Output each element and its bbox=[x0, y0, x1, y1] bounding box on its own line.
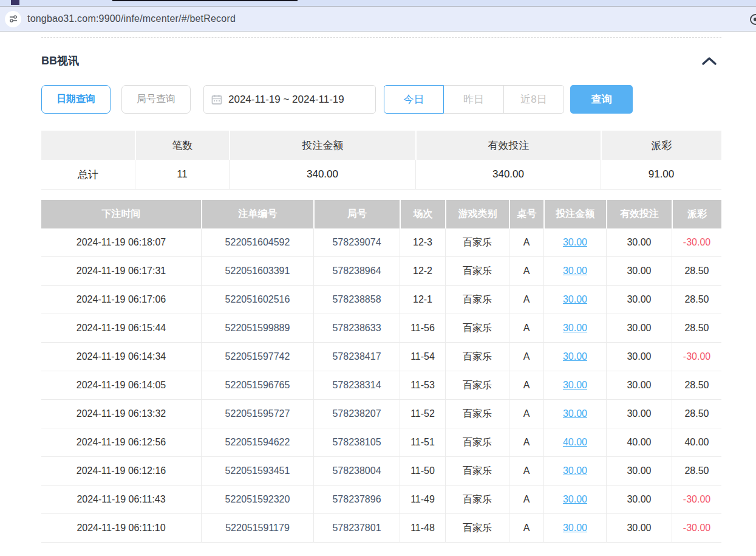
col-header-session: 场次 bbox=[400, 200, 445, 228]
collapse-button[interactable] bbox=[697, 53, 721, 69]
table-row: 2024-11-19 06:12:16 522051593451 5782380… bbox=[41, 457, 721, 486]
cell-time: 2024-11-19 06:12:56 bbox=[41, 428, 201, 457]
table-row: 2024-11-19 06:11:43 522051592320 5782378… bbox=[41, 486, 721, 514]
cell-bet-amount: 30.00 bbox=[543, 343, 606, 371]
cell-table: A bbox=[509, 371, 543, 400]
cell-bet-amount: 30.00 bbox=[543, 400, 606, 428]
bet-table: 下注时间 注单编号 局号 场次 游戏类别 桌号 投注金额 有效投注 派彩 202… bbox=[41, 200, 721, 543]
page-title: BB视讯 bbox=[41, 53, 79, 68]
summary-table: 笔数 投注金额 有效投注 派彩 总计 11 340.00 340.00 91.0… bbox=[41, 131, 721, 190]
cell-table: A bbox=[509, 428, 543, 457]
tab-favicon bbox=[11, 0, 19, 5]
cell-table: A bbox=[509, 514, 543, 543]
eye-icon[interactable] bbox=[749, 13, 756, 26]
cell-time: 2024-11-19 06:12:16 bbox=[41, 457, 201, 486]
col-header-bet: 投注金额 bbox=[543, 200, 606, 228]
cell-round: 578238105 bbox=[313, 428, 400, 457]
cell-time: 2024-11-19 06:15:44 bbox=[41, 314, 201, 343]
cell-payout: 28.50 bbox=[672, 257, 721, 286]
cell-table: A bbox=[509, 228, 543, 257]
cell-session: 12-3 bbox=[400, 228, 445, 257]
col-header-valid: 有效投注 bbox=[606, 200, 672, 228]
cell-bet-amount: 30.00 bbox=[543, 371, 606, 400]
cell-round: 578237801 bbox=[313, 514, 400, 543]
cell-game: 百家乐 bbox=[445, 400, 509, 428]
table-row: 2024-11-19 06:17:06 522051602516 5782388… bbox=[41, 286, 721, 314]
cell-payout: 28.50 bbox=[672, 371, 721, 400]
cell-payout: 28.50 bbox=[672, 457, 721, 486]
calendar-icon bbox=[211, 94, 222, 105]
summary-total-payout: 91.00 bbox=[601, 160, 721, 190]
summary-header-row: 笔数 投注金额 有效投注 派彩 bbox=[41, 131, 721, 160]
cell-game: 百家乐 bbox=[445, 457, 509, 486]
tab-underline bbox=[112, 0, 298, 1]
cell-bet-amount: 40.00 bbox=[543, 428, 606, 457]
cell-bet-id: 522051604592 bbox=[201, 228, 313, 257]
cell-time: 2024-11-19 06:13:32 bbox=[41, 400, 201, 428]
yesterday-button[interactable]: 昨日 bbox=[444, 85, 504, 114]
cell-game: 百家乐 bbox=[445, 228, 509, 257]
cell-bet-amount: 30.00 bbox=[543, 286, 606, 314]
cell-table: A bbox=[509, 486, 543, 514]
cell-round: 578238417 bbox=[313, 343, 400, 371]
bet-amount-link[interactable]: 30.00 bbox=[563, 266, 587, 276]
table-row: 2024-11-19 06:14:05 522051596765 5782383… bbox=[41, 371, 721, 400]
cell-bet-id: 522051591179 bbox=[201, 514, 313, 543]
cell-round: 578239074 bbox=[313, 228, 400, 257]
cell-session: 11-56 bbox=[400, 314, 445, 343]
bet-amount-link[interactable]: 30.00 bbox=[563, 465, 587, 476]
cell-payout: 28.50 bbox=[672, 286, 721, 314]
bet-amount-link[interactable]: 30.00 bbox=[563, 237, 587, 248]
cell-game: 百家乐 bbox=[445, 486, 509, 514]
cell-valid-bet: 30.00 bbox=[606, 486, 672, 514]
cell-valid-bet: 30.00 bbox=[606, 457, 672, 486]
bet-amount-link[interactable]: 30.00 bbox=[563, 494, 587, 505]
summary-total-count: 11 bbox=[135, 160, 229, 190]
cell-game: 百家乐 bbox=[445, 286, 509, 314]
date-query-tab[interactable]: 日期查询 bbox=[41, 85, 111, 114]
cell-valid-bet: 30.00 bbox=[606, 343, 672, 371]
col-header-game: 游戏类别 bbox=[445, 200, 509, 228]
cell-table: A bbox=[509, 343, 543, 371]
round-query-tab[interactable]: 局号查询 bbox=[121, 85, 191, 114]
search-button[interactable]: 查询 bbox=[570, 85, 633, 114]
browser-url-bar[interactable]: tongbao31.com:9900/infe/mcenter/#/betRec… bbox=[0, 6, 756, 32]
bet-record-page: BB视讯 日期查询 局号查询 2024-11-19 ~ 2024-11-19 bbox=[0, 32, 756, 555]
summary-header-blank bbox=[41, 131, 135, 160]
url-text[interactable]: tongbao31.com:9900/infe/mcenter/#/betRec… bbox=[27, 13, 236, 24]
cell-valid-bet: 30.00 bbox=[606, 314, 672, 343]
cell-table: A bbox=[509, 457, 543, 486]
dashed-divider bbox=[41, 37, 721, 38]
cell-valid-bet: 30.00 bbox=[606, 514, 672, 543]
bet-amount-link[interactable]: 30.00 bbox=[563, 351, 587, 362]
cell-time: 2024-11-19 06:14:05 bbox=[41, 371, 201, 400]
cell-payout: -30.00 bbox=[672, 486, 721, 514]
cell-bet-amount: 30.00 bbox=[543, 257, 606, 286]
cell-bet-id: 522051592320 bbox=[201, 486, 313, 514]
cell-round: 578238314 bbox=[313, 371, 400, 400]
date-range-input[interactable]: 2024-11-19 ~ 2024-11-19 bbox=[203, 85, 376, 114]
cell-session: 11-49 bbox=[400, 486, 445, 514]
bet-amount-link[interactable]: 30.00 bbox=[563, 380, 587, 391]
bet-amount-link[interactable]: 30.00 bbox=[563, 408, 587, 419]
table-row: 2024-11-19 06:13:32 522051595727 5782382… bbox=[41, 400, 721, 428]
bet-amount-link[interactable]: 30.00 bbox=[563, 294, 587, 305]
summary-header-payout: 派彩 bbox=[601, 131, 721, 160]
cell-bet-id: 522051599889 bbox=[201, 314, 313, 343]
cell-round: 578238633 bbox=[313, 314, 400, 343]
bet-amount-link[interactable]: 30.00 bbox=[563, 523, 587, 534]
cell-valid-bet: 30.00 bbox=[606, 371, 672, 400]
col-header-payout: 派彩 bbox=[672, 200, 721, 228]
cell-game: 百家乐 bbox=[445, 343, 509, 371]
bet-table-header-row: 下注时间 注单编号 局号 场次 游戏类别 桌号 投注金额 有效投注 派彩 bbox=[41, 200, 721, 228]
bet-amount-link[interactable]: 40.00 bbox=[563, 437, 587, 448]
today-button[interactable]: 今日 bbox=[384, 85, 444, 114]
cell-bet-id: 522051597742 bbox=[201, 343, 313, 371]
cell-bet-amount: 30.00 bbox=[543, 228, 606, 257]
bet-amount-link[interactable]: 30.00 bbox=[563, 323, 587, 334]
cell-valid-bet: 30.00 bbox=[606, 257, 672, 286]
last-8-days-button[interactable]: 近8日 bbox=[504, 85, 564, 114]
site-settings-icon[interactable] bbox=[5, 11, 21, 27]
cell-valid-bet: 30.00 bbox=[606, 286, 672, 314]
cell-bet-amount: 30.00 bbox=[543, 314, 606, 343]
